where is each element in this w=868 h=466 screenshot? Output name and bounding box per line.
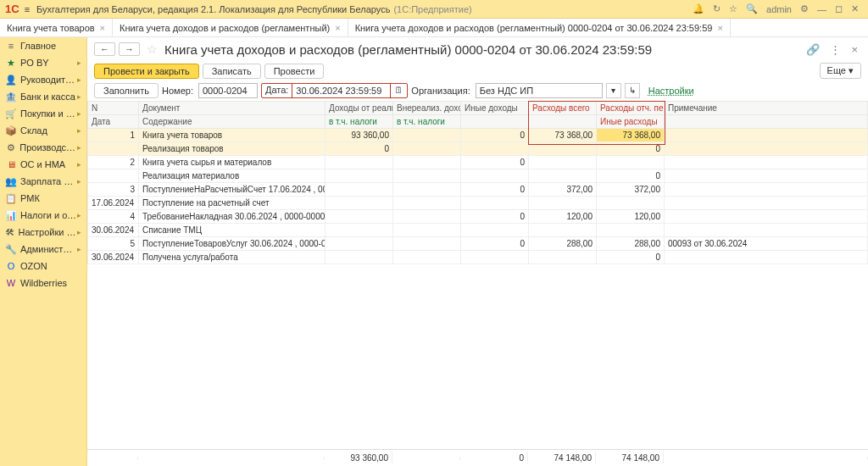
doc-header: ← → ☆ Книга учета доходов и расходов (ре… <box>87 37 868 61</box>
chevron-right-icon: ▸ <box>77 92 81 101</box>
content: ← → ☆ Книга учета доходов и расходов (ре… <box>87 37 868 466</box>
tab-close-icon[interactable]: × <box>335 23 340 33</box>
sidebar-item[interactable]: ⚙Производство▸ <box>0 139 86 156</box>
table-row[interactable]: 3ПоступлениеНаРасчетныйСчет 17.06.2024 ,… <box>88 183 868 197</box>
link-icon[interactable]: 🔗 <box>806 43 820 56</box>
sidebar-item[interactable]: 🏦Банк и касса▸ <box>0 88 86 105</box>
sidebar-icon: 📊 <box>5 210 17 221</box>
maximize-icon[interactable]: ◻ <box>835 3 843 14</box>
kebab-icon[interactable]: ⋮ <box>830 43 841 56</box>
table-row[interactable]: 30.06.2024Получена услуга/работа0 <box>88 251 868 264</box>
post-button[interactable]: Провести <box>264 64 325 79</box>
sidebar-icon: 👤 <box>5 75 17 86</box>
settings-icon[interactable]: ⚙ <box>800 3 809 14</box>
col-date[interactable]: Дата <box>88 115 139 129</box>
save-button[interactable]: Записать <box>203 64 261 79</box>
sidebar-item-label: Настройки учета <box>18 227 77 237</box>
chevron-right-icon: ▸ <box>77 245 81 253</box>
search-icon[interactable]: 🔍 <box>746 3 758 14</box>
calendar-icon[interactable]: 🗓 <box>390 84 407 97</box>
more-button[interactable]: Еще ▾ <box>820 63 861 79</box>
sidebar-item[interactable]: OOZON <box>0 258 86 275</box>
titlebar: 1С ≡ Бухгалтерия для Беларуси, редакция … <box>0 0 868 19</box>
date-label: Дата: <box>262 84 292 97</box>
sidebar-item[interactable]: 🖥ОС и НМА▸ <box>0 156 86 173</box>
table-row[interactable]: 4ТребованиеНакладная 30.06.2024 , 0000-0… <box>88 210 868 224</box>
sidebar-item[interactable]: 🛠Настройки учета▸ <box>0 224 86 241</box>
sidebar-item-label: РМК <box>20 193 40 203</box>
bell-icon[interactable]: 🔔 <box>693 3 704 14</box>
post-and-close-button[interactable]: Провести и закрыть <box>94 64 199 79</box>
col-income-real[interactable]: Доходы от реализ. <box>326 102 393 115</box>
minimize-icon[interactable]: — <box>817 4 826 14</box>
chevron-right-icon: ▸ <box>77 126 81 135</box>
sidebar-icon: 👥 <box>5 176 17 187</box>
tab-label: Книга учета доходов и расходов (регламен… <box>355 23 713 33</box>
table-row[interactable]: 17.06.2024Поступление на расчетный счет <box>88 197 868 210</box>
col-n[interactable]: N <box>88 102 139 115</box>
table-row[interactable]: 5ПоступлениеТоваровУслуг 30.06.2024 , 00… <box>88 237 868 251</box>
close-panel-icon[interactable]: × <box>851 43 858 56</box>
forward-button[interactable]: → <box>119 42 140 56</box>
col-desc[interactable]: Содержание <box>139 115 326 129</box>
sidebar: ≡Главное★PO BY▸👤Руководителю▸🏦Банк и кас… <box>0 37 87 466</box>
app-logo: 1С <box>5 3 19 15</box>
sidebar-item[interactable]: 🔧Администрирование▸ <box>0 241 86 258</box>
history-icon[interactable]: ↻ <box>713 3 721 14</box>
table-row[interactable]: 2Книга учета сырья и материалов0 <box>88 156 868 169</box>
sidebar-icon: 📦 <box>5 125 17 136</box>
table-row[interactable]: 1Книга учета товаров93 360,00073 368,007… <box>88 129 868 142</box>
star-icon[interactable]: ☆ <box>729 3 737 14</box>
org-select-button[interactable]: ▾ <box>606 83 621 98</box>
date-field[interactable] <box>292 84 390 97</box>
sidebar-item-label: Руководителю <box>20 75 77 85</box>
col-tax2[interactable]: в т.ч. налоги <box>393 115 461 129</box>
sidebar-item[interactable]: WWildberries <box>0 275 86 291</box>
sidebar-item[interactable]: 📊Налоги и отчетность▸ <box>0 207 86 224</box>
sidebar-item[interactable]: ★PO BY▸ <box>0 54 86 71</box>
close-icon[interactable]: ✕ <box>851 3 859 14</box>
table-row[interactable]: Реализация материалов0 <box>88 169 868 183</box>
tab-close-icon[interactable]: × <box>100 23 105 33</box>
col-income-other[interactable]: Иные доходы <box>461 102 529 115</box>
menu-icon[interactable]: ≡ <box>25 4 30 14</box>
chevron-right-icon: ▸ <box>77 160 81 169</box>
sidebar-item-label: Главное <box>20 41 56 51</box>
sidebar-item[interactable]: ≡Главное <box>0 37 86 54</box>
data-grid[interactable]: N Документ Доходы от реализ. Внереализ. … <box>87 101 868 449</box>
footer-income: 93 360,00 <box>325 452 392 464</box>
col-tax1[interactable]: в т.ч. налоги <box>326 115 393 129</box>
col-income-non[interactable]: Внереализ. доходы <box>393 102 461 115</box>
footer-exp-period: 74 148,00 <box>596 452 664 464</box>
back-button[interactable]: ← <box>94 42 115 56</box>
tab-label: Книга учета товаров <box>7 23 95 33</box>
chevron-right-icon: ▸ <box>77 109 81 118</box>
user-label[interactable]: admin <box>766 4 792 14</box>
table-row[interactable]: 30.06.2024Списание ТМЦ <box>88 224 868 237</box>
tab-item[interactable]: Книга учета товаров× <box>0 19 113 36</box>
tab-close-icon[interactable]: × <box>717 23 722 33</box>
sidebar-item[interactable]: 🛒Покупки и продажи▸ <box>0 105 86 122</box>
sidebar-item[interactable]: 👥Зарплата и кадры▸ <box>0 173 86 190</box>
col-exp-other[interactable]: Иные расходы <box>597 115 665 129</box>
sidebar-item[interactable]: 📋РМК <box>0 190 86 207</box>
number-field[interactable] <box>198 83 258 98</box>
org-open-button[interactable]: ↳ <box>625 83 640 98</box>
settings-link[interactable]: Настройки <box>648 86 694 96</box>
col-doc[interactable]: Документ <box>139 102 326 115</box>
favorite-icon[interactable]: ☆ <box>147 42 158 56</box>
fill-button[interactable]: Заполнить <box>94 83 159 98</box>
sidebar-item[interactable]: 📦Склад▸ <box>0 122 86 139</box>
tab-item[interactable]: Книга учета доходов и расходов (регламен… <box>113 19 348 36</box>
sidebar-item[interactable]: 👤Руководителю▸ <box>0 71 86 88</box>
col-exp-period[interactable]: Расходы отч. периода <box>597 102 665 115</box>
col-exp-total[interactable]: Расходы всего <box>529 102 597 115</box>
table-row[interactable]: Реализация товаров00 <box>88 142 868 156</box>
tab-label: Книга учета доходов и расходов (регламен… <box>120 23 330 33</box>
footer-exp-total: 74 148,00 <box>528 452 596 464</box>
grid-footer: 93 360,00 0 74 148,00 74 148,00 <box>87 449 868 466</box>
tab-item[interactable]: Книга учета доходов и расходов (регламен… <box>348 19 731 36</box>
org-field[interactable] <box>476 83 603 98</box>
command-bar: Провести и закрыть Записать Провести Еще… <box>87 61 868 80</box>
col-note[interactable]: Примечание <box>665 102 868 115</box>
